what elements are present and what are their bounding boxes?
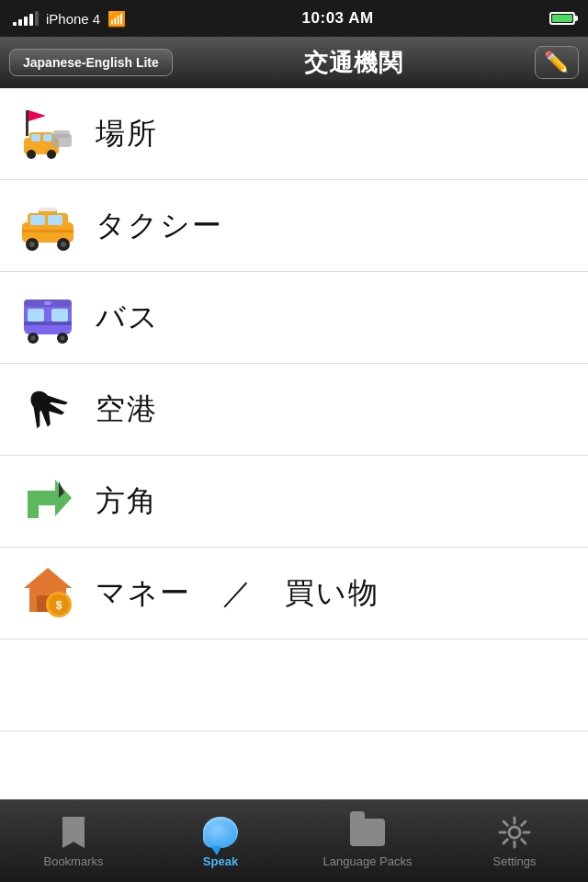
svg-rect-15 — [39, 208, 57, 211]
svg-text:$: $ — [56, 599, 62, 612]
label-money: マネー ／ 買い物 — [96, 573, 379, 614]
icon-money: $ — [18, 564, 77, 623]
list-item-direction[interactable]: 方角 — [0, 456, 588, 548]
tab-bar: Bookmarks Speak Language Packs — [0, 799, 588, 882]
label-basho: 場所 — [96, 114, 158, 154]
signal-bar-1 — [13, 22, 17, 26]
svg-point-7 — [47, 150, 56, 159]
svg-rect-9 — [53, 130, 70, 138]
language-packs-icon — [350, 814, 385, 851]
settings-icon — [498, 814, 531, 851]
signal-bar-4 — [29, 14, 33, 26]
battery-icon — [549, 12, 575, 25]
status-time: 10:03 AM — [302, 9, 374, 28]
tab-language-packs[interactable]: Language Packs — [294, 814, 441, 868]
signal-bar-5 — [35, 11, 39, 26]
list-item-money[interactable]: $ マネー ／ 買い物 — [0, 548, 588, 639]
status-right — [549, 12, 575, 25]
svg-rect-23 — [28, 309, 44, 322]
tab-language-packs-label: Language Packs — [323, 854, 413, 868]
empty-row-1 — [0, 639, 588, 731]
folder-shape — [350, 819, 385, 846]
label-airport: 空港 — [96, 390, 158, 430]
svg-point-28 — [31, 335, 36, 340]
svg-line-44 — [522, 840, 526, 843]
svg-point-19 — [61, 242, 66, 247]
icon-taxi — [18, 197, 77, 255]
bookmark-shape — [62, 817, 85, 848]
svg-line-45 — [522, 821, 526, 825]
svg-marker-1 — [28, 110, 46, 121]
status-left: iPhone 4 📶 — [13, 10, 126, 28]
svg-point-29 — [61, 335, 65, 340]
speak-icon — [203, 814, 238, 851]
tab-bookmarks-label: Bookmarks — [43, 854, 103, 868]
svg-point-18 — [29, 242, 35, 247]
back-button[interactable]: Japanese-English Lite — [9, 49, 173, 76]
svg-marker-31 — [28, 480, 72, 518]
icon-basho — [18, 105, 77, 164]
list-item-bus[interactable]: バス — [0, 272, 588, 364]
edit-button[interactable]: ✏️ — [535, 46, 579, 79]
svg-rect-12 — [30, 215, 45, 225]
nav-bar: Japanese-English Lite 交通機関 ✏️ — [0, 37, 588, 88]
svg-rect-0 — [26, 110, 28, 136]
signal-bar-2 — [18, 19, 22, 26]
gear-icon — [498, 816, 531, 849]
bookmarks-icon — [62, 814, 85, 851]
tab-settings-label: Settings — [493, 854, 537, 868]
svg-point-6 — [27, 150, 36, 159]
signal-bars — [13, 11, 39, 26]
label-taxi: タクシー — [96, 206, 223, 246]
svg-rect-30 — [44, 301, 51, 305]
list-item-taxi[interactable]: タクシー — [0, 180, 588, 272]
svg-rect-25 — [24, 322, 72, 325]
wifi-icon: 📶 — [107, 10, 126, 28]
tab-settings[interactable]: Settings — [441, 814, 588, 868]
svg-line-46 — [503, 840, 507, 843]
speak-bubble — [203, 817, 238, 848]
carrier-name: iPhone 4 — [46, 11, 100, 27]
list-item-airport[interactable]: 空港 — [0, 364, 588, 456]
svg-point-38 — [509, 827, 520, 838]
label-bus: バス — [96, 298, 160, 338]
svg-line-43 — [503, 821, 507, 825]
battery-fill — [552, 15, 572, 22]
label-direction: 方角 — [96, 481, 158, 522]
svg-rect-5 — [43, 134, 52, 141]
pen-icon: ✏️ — [544, 51, 569, 74]
tab-speak[interactable]: Speak — [147, 814, 294, 868]
nav-title: 交通機関 — [304, 47, 403, 79]
tab-speak-label: Speak — [203, 854, 238, 868]
svg-rect-20 — [22, 230, 74, 232]
icon-bus — [18, 288, 77, 347]
icon-airplane — [18, 380, 77, 439]
category-list: 場所 タクシー — [0, 88, 588, 882]
signal-bar-3 — [24, 17, 28, 26]
list-item-basho[interactable]: 場所 — [0, 88, 588, 180]
svg-rect-4 — [31, 134, 40, 141]
svg-rect-13 — [48, 215, 62, 225]
tab-bookmarks[interactable]: Bookmarks — [0, 814, 147, 868]
svg-rect-24 — [51, 309, 68, 322]
icon-direction — [18, 472, 77, 531]
status-bar: iPhone 4 📶 10:03 AM — [0, 0, 588, 37]
